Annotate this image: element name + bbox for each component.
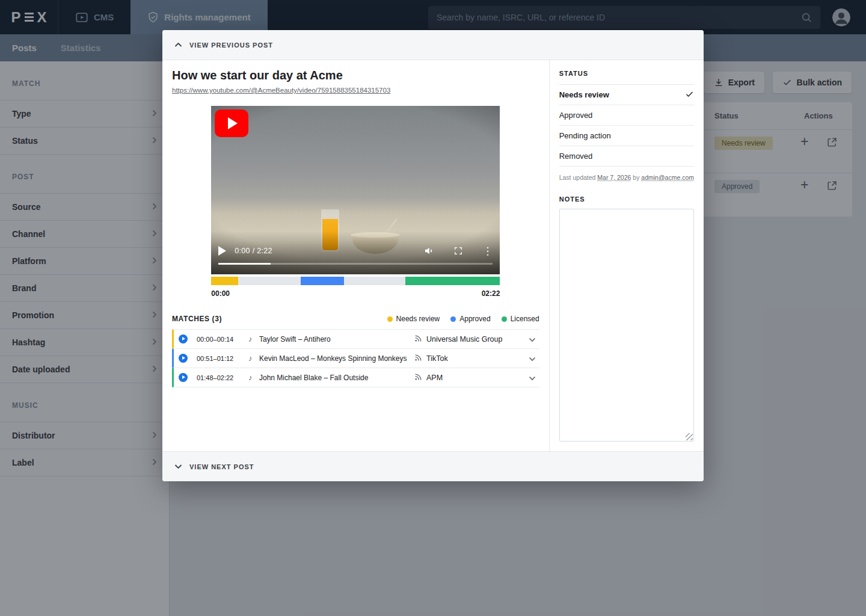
timeline-segment [405, 277, 500, 285]
status-option-label: Approved [559, 111, 593, 120]
match-source: TikTok [426, 354, 525, 363]
view-previous-post-label: VIEW PREVIOUS POST [189, 42, 273, 49]
status-heading: STATUS [559, 70, 694, 85]
status-option-needs-review[interactable]: Needs review [559, 85, 694, 105]
timeline-segment [344, 277, 405, 285]
feed-icon [414, 334, 426, 345]
timeline-segment [301, 277, 344, 285]
legend-approved: Approved [450, 315, 490, 323]
timeline-segment [238, 277, 301, 285]
more-options-icon[interactable]: ⋮ [482, 246, 493, 256]
timeline-start-label: 00:00 [211, 289, 230, 298]
selected-check-icon [685, 90, 694, 100]
video-buffer [218, 263, 271, 265]
legend-dot-icon [387, 316, 393, 322]
chevron-up-icon [174, 42, 182, 48]
video-progress-bar[interactable] [218, 263, 493, 265]
match-source: APM [426, 374, 525, 382]
timeline-segment [211, 277, 238, 285]
legend-dot-icon [502, 316, 507, 322]
last-updated-user[interactable]: admin@acme.com [641, 174, 694, 181]
volume-icon[interactable] [423, 245, 434, 256]
status-option-label: Removed [559, 152, 593, 161]
chevron-down-icon[interactable] [529, 372, 539, 383]
chevron-down-icon[interactable] [529, 353, 539, 364]
match-row: 00:00–00:14♪Taylor Swift – AntiheroUnive… [172, 330, 539, 349]
match-time-range: 00:00–00:14 [197, 336, 248, 343]
status-option-pending-action[interactable]: Pending action [559, 126, 694, 146]
music-note-icon: ♪ [248, 334, 259, 343]
match-row: 00:51–01:12♪Kevin MacLeod – Monkeys Spin… [172, 349, 539, 368]
match-row: 01:48–02:22♪John Michael Blake – Fall Ou… [172, 368, 539, 387]
play-match-button[interactable] [179, 354, 188, 363]
legend-label: Approved [459, 315, 490, 323]
last-updated-date: Mar 7, 2026 [597, 174, 631, 181]
play-match-button[interactable] [179, 334, 188, 343]
post-review-modal: VIEW PREVIOUS POST How we start our day … [162, 30, 704, 481]
match-time-range: 00:51–01:12 [197, 355, 248, 362]
view-next-post-button[interactable]: VIEW NEXT POST [162, 451, 704, 481]
status-options: Needs reviewApprovedPending actionRemove… [559, 85, 694, 167]
post-detail-main: How we start our day at Acme https://www… [162, 60, 549, 451]
last-updated-prefix: Last updated [559, 174, 596, 181]
fullscreen-icon[interactable] [453, 246, 463, 256]
music-note-icon: ♪ [248, 373, 259, 382]
status-option-label: Pending action [559, 131, 611, 140]
matches-heading: MATCHES (3) [172, 315, 222, 323]
status-panel: STATUS Needs reviewApprovedPending actio… [549, 60, 704, 451]
feed-icon [414, 372, 426, 383]
play-button[interactable] [218, 246, 226, 256]
matches-legend: Needs reviewApprovedLicensed [387, 315, 539, 323]
view-next-post-label: VIEW NEXT POST [189, 463, 254, 470]
chevron-down-icon[interactable] [529, 334, 539, 345]
video-player[interactable]: 0:00 / 2:22 ⋮ [211, 106, 500, 274]
status-option-approved[interactable]: Approved [559, 105, 694, 126]
notes-textarea[interactable] [559, 209, 694, 442]
feed-icon [414, 353, 426, 364]
last-updated-by: by [633, 174, 639, 181]
post-url-link[interactable]: https://www.youtube.com/@AcmeBeauty/vide… [172, 87, 390, 94]
match-title: John Michael Blake – Fall Outside [259, 374, 414, 382]
chevron-down-icon [174, 464, 182, 469]
music-note-icon: ♪ [248, 354, 259, 363]
match-list: 00:00–00:14♪Taylor Swift – AntiheroUnive… [172, 329, 539, 387]
notes-heading: NOTES [559, 196, 694, 203]
video-time-display: 0:00 / 2:22 [235, 247, 272, 255]
status-option-removed[interactable]: Removed [559, 146, 694, 167]
video-controls: 0:00 / 2:22 ⋮ [218, 245, 493, 256]
timeline-end-label: 02:22 [482, 289, 500, 298]
play-match-button[interactable] [179, 373, 188, 382]
match-title: Kevin MacLeod – Monkeys Spinning Monkeys [259, 354, 414, 363]
view-previous-post-button[interactable]: VIEW PREVIOUS POST [162, 30, 704, 60]
match-timeline[interactable] [211, 277, 500, 285]
last-updated-text: Last updated Mar 7, 2026 by admin@acme.c… [559, 174, 694, 181]
match-title: Taylor Swift – Antihero [259, 335, 414, 343]
legend-dot-icon [450, 316, 456, 322]
status-option-label: Needs review [559, 90, 609, 99]
match-source: Universal Music Group [426, 335, 525, 343]
youtube-logo-icon [215, 109, 248, 137]
legend-needs-review: Needs review [387, 315, 440, 323]
legend-licensed: Licensed [502, 315, 539, 323]
legend-label: Needs review [396, 315, 440, 323]
match-time-range: 01:48–02:22 [197, 374, 248, 381]
legend-label: Licensed [511, 315, 539, 323]
post-title: How we start our day at Acme [172, 69, 539, 82]
